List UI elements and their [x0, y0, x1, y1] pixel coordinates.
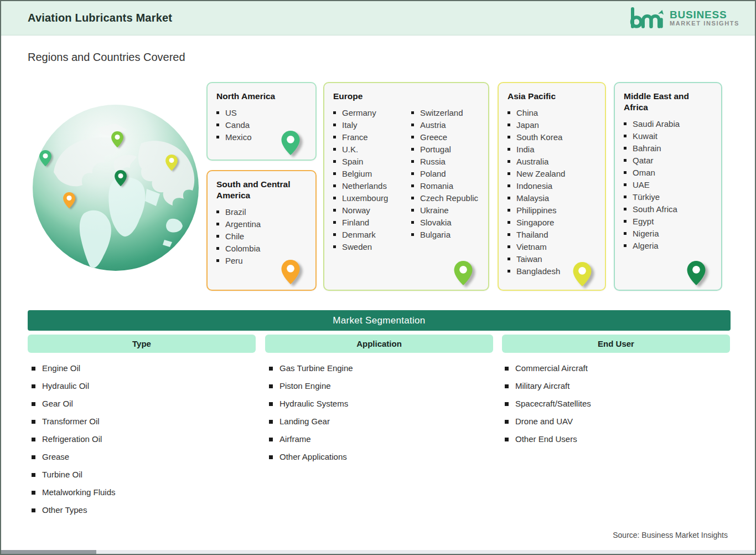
map-pin-icon: [281, 131, 300, 155]
list-item: Bulgaria: [410, 229, 480, 241]
list-item: India: [506, 143, 597, 156]
list-item: Greece: [410, 131, 480, 143]
list-item: Other Types: [32, 505, 116, 515]
list-item: Philippines: [506, 204, 597, 217]
region-title: North America: [216, 91, 308, 102]
list-item: Refrigeration Oil: [32, 434, 116, 444]
logo-arrow-icon: [658, 10, 664, 15]
list-item: Piston Engine: [269, 381, 353, 391]
region-card-north-america: North America USCandaMexico: [206, 82, 317, 161]
region-card-asia-pacific: Asia Pacific ChinaJapanSouth KoreaIndiaA…: [498, 82, 606, 291]
horizontal-scrollbar[interactable]: [1, 550, 755, 554]
list-item: Luxembourg: [332, 192, 402, 204]
list-item: Türkiye: [623, 191, 713, 203]
list-item: Colombia: [215, 243, 308, 255]
list-item: Nigeria: [623, 228, 713, 240]
list-item: Airframe: [269, 434, 353, 444]
company-logo: BUSINESS MARKET INSIGHTS: [628, 6, 739, 30]
list-item: Argentina: [215, 218, 308, 230]
list-item: Norway: [332, 204, 402, 217]
list-item: Denmark: [332, 229, 402, 241]
list-item: Egypt: [623, 215, 713, 228]
region-title: South and Central America: [216, 179, 299, 201]
region-title: Asia Pacific: [508, 91, 597, 102]
list-item: Chile: [215, 230, 308, 243]
page-title: Aviation Lubricants Market: [28, 12, 172, 24]
list-item: Other End Users: [505, 434, 591, 444]
list-item: Oman: [623, 167, 713, 179]
country-columns: GermanyItalyFranceU.K.SpainBelgiumNether…: [332, 107, 480, 253]
list-item: Singapore: [506, 217, 597, 229]
list-item: Thailand: [506, 229, 597, 241]
list-item: Czech Republic: [410, 192, 480, 204]
logo-line1: BUSINESS: [670, 9, 739, 20]
list-item: Ukraine: [410, 204, 480, 217]
list-item: Sweden: [332, 241, 402, 253]
list-item: UAE: [623, 179, 713, 191]
list-item: Grease: [32, 452, 116, 462]
globe-pin-asia-pacific-icon: [165, 155, 178, 171]
region-title: Middle East and Africa: [624, 91, 713, 113]
segmentation-title-bar: Market Segmentation: [28, 310, 731, 331]
globe-pin-europe-icon: [111, 131, 123, 147]
list-item: Brazil: [215, 206, 308, 218]
list-item: Portugal: [410, 143, 480, 156]
map-pin-icon: [454, 261, 473, 285]
scrollbar-thumb[interactable]: [1, 550, 96, 554]
list-item: Landing Gear: [269, 417, 353, 426]
list-item: Qatar: [623, 155, 713, 167]
map-pin-icon: [687, 261, 706, 285]
list-item: Metalworking Fluids: [32, 487, 116, 497]
list-item: Hydraulic Oil: [32, 381, 116, 391]
source-attribution: Source: Business Market Insights: [613, 531, 728, 539]
globe-pin-south-america-icon: [63, 192, 75, 208]
list-item: Spain: [332, 156, 402, 168]
list-item: Gas Turbine Engine: [269, 363, 353, 373]
list-item: Germany: [332, 107, 402, 119]
map-pin-icon: [573, 262, 592, 286]
region-title: Europe: [333, 91, 480, 102]
region-card-europe: Europe GermanyItalyFranceU.K.SpainBelgiu…: [323, 82, 489, 291]
list-item: Saudi Arabia: [623, 118, 713, 130]
list-item: Austria: [410, 119, 480, 131]
list-item: Drone and UAV: [505, 417, 591, 426]
country-list-col2: SwitzerlandAustriaGreecePortugalRussiaPo…: [410, 107, 480, 253]
list-item: Kuwait: [623, 130, 713, 142]
infographic-page: Aviation Lubricants Market BUSINESS MARK…: [0, 0, 756, 555]
list-item: Commercial Aircraft: [505, 363, 591, 373]
segment-list-application: Gas Turbine EnginePiston EngineHydraulic…: [269, 363, 353, 470]
list-item: Italy: [332, 119, 402, 131]
segment-header-application: Application: [265, 335, 493, 353]
list-item: South Africa: [623, 203, 713, 215]
list-item: Other Applications: [269, 452, 353, 462]
logo-line2: MARKET INSIGHTS: [670, 20, 739, 27]
bmi-logo-icon: [628, 6, 665, 30]
globe-pin-middle-east-icon: [115, 170, 127, 186]
header-band: Aviation Lubricants Market BUSINESS MARK…: [1, 1, 755, 35]
list-item: Finland: [332, 217, 402, 229]
list-item: Japan: [506, 119, 597, 131]
segmentation-title: Market Segmentation: [333, 315, 425, 326]
list-item: Bahrain: [623, 142, 713, 155]
list-item: Poland: [410, 168, 480, 180]
list-item: Australia: [506, 156, 597, 168]
country-list-col1: GermanyItalyFranceU.K.SpainBelgiumNether…: [332, 107, 402, 253]
list-item: Engine Oil: [32, 363, 116, 373]
list-item: France: [332, 131, 402, 143]
list-item: Russia: [410, 156, 480, 168]
list-item: Switzerland: [410, 107, 480, 119]
list-item: Vietnam: [506, 241, 597, 253]
list-item: Transformer Oil: [32, 417, 116, 426]
country-list: ChinaJapanSouth KoreaIndiaAustraliaNew Z…: [506, 107, 597, 278]
country-list: BrazilArgentinaChileColombiaPeru: [215, 206, 308, 267]
region-card-south-central-america: South and Central America BrazilArgentin…: [206, 170, 317, 291]
globe-icon: [33, 105, 199, 271]
list-item: Indonesia: [506, 180, 597, 192]
list-item: South Korea: [506, 131, 597, 143]
list-item: Romania: [410, 180, 480, 192]
logo-wordmark: BUSINESS MARKET INSIGHTS: [670, 9, 739, 27]
list-item: US: [215, 107, 308, 119]
list-item: Algeria: [623, 240, 713, 252]
map-pin-icon: [281, 260, 300, 284]
region-card-middle-east-africa: Middle East and Africa Saudi ArabiaKuwai…: [614, 82, 722, 291]
